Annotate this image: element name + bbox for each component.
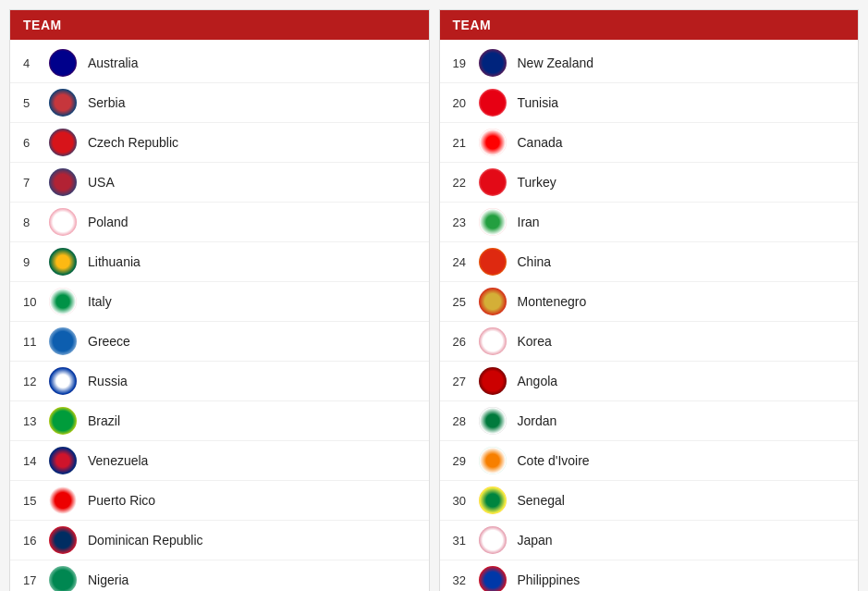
team-name: Brazil bbox=[88, 413, 120, 428]
right-panel: TEAM 19New Zealand20Tunisia21Canada22Tur… bbox=[439, 9, 860, 591]
team-name: Dominican Republic bbox=[88, 533, 203, 548]
team-rank: 14 bbox=[23, 454, 49, 468]
team-row: 25Montenegro bbox=[440, 282, 859, 322]
team-flag bbox=[479, 407, 507, 435]
team-row: 16Dominican Republic bbox=[10, 521, 429, 560]
team-rank: 19 bbox=[453, 56, 479, 70]
team-row: 29Cote d'Ivoire bbox=[440, 441, 859, 481]
team-name: Serbia bbox=[88, 95, 125, 110]
right-panel-header: TEAM bbox=[440, 10, 859, 40]
team-name: Turkey bbox=[518, 175, 556, 190]
team-rank: 24 bbox=[453, 255, 479, 269]
team-rank: 15 bbox=[23, 494, 49, 508]
team-flag bbox=[479, 486, 507, 514]
team-flag bbox=[479, 367, 507, 395]
team-name: Angola bbox=[518, 374, 558, 388]
team-flag bbox=[49, 486, 77, 514]
team-flag bbox=[479, 89, 507, 117]
team-name: USA bbox=[88, 175, 115, 190]
team-row: 28Jordan bbox=[440, 401, 859, 441]
team-flag bbox=[49, 566, 77, 591]
team-flag bbox=[479, 566, 507, 591]
main-container: TEAM 4Australia5Serbia6Czech Republic7US… bbox=[9, 9, 859, 591]
team-name: Korea bbox=[518, 334, 552, 349]
team-flag bbox=[479, 288, 507, 315]
team-rank: 9 bbox=[23, 255, 49, 269]
team-row: 5Serbia bbox=[10, 83, 429, 123]
team-name: Senegal bbox=[518, 493, 565, 508]
team-name: Venezuela bbox=[88, 453, 148, 468]
team-flag bbox=[479, 248, 507, 276]
team-flag bbox=[479, 447, 507, 474]
team-rank: 7 bbox=[23, 176, 49, 190]
team-rank: 23 bbox=[453, 215, 479, 229]
right-team-list: 19New Zealand20Tunisia21Canada22Turkey23… bbox=[440, 40, 859, 591]
left-panel-header: TEAM bbox=[10, 10, 429, 40]
team-flag bbox=[49, 407, 77, 435]
team-row: 27Angola bbox=[440, 362, 859, 401]
team-name: Italy bbox=[88, 294, 112, 309]
team-rank: 21 bbox=[453, 136, 479, 150]
team-rank: 13 bbox=[23, 414, 49, 428]
team-name: New Zealand bbox=[518, 55, 594, 70]
team-row: 11Greece bbox=[10, 322, 429, 362]
team-row: 13Brazil bbox=[10, 401, 429, 441]
team-name: Poland bbox=[88, 215, 128, 229]
team-flag bbox=[49, 129, 77, 156]
team-name: Puerto Rico bbox=[88, 493, 155, 508]
team-row: 22Turkey bbox=[440, 163, 859, 203]
team-row: 7USA bbox=[10, 163, 429, 203]
team-row: 20Tunisia bbox=[440, 83, 859, 123]
team-flag bbox=[49, 526, 77, 554]
team-flag bbox=[49, 49, 77, 77]
team-row: 30Senegal bbox=[440, 481, 859, 521]
team-row: 24China bbox=[440, 242, 859, 282]
team-name: China bbox=[518, 254, 552, 269]
team-row: 31Japan bbox=[440, 521, 859, 560]
team-rank: 17 bbox=[23, 573, 49, 587]
team-row: 23Iran bbox=[440, 203, 859, 242]
team-rank: 12 bbox=[23, 375, 49, 388]
team-rank: 6 bbox=[23, 136, 49, 150]
team-row: 9Lithuania bbox=[10, 242, 429, 282]
team-rank: 16 bbox=[23, 534, 49, 548]
team-name: Greece bbox=[88, 334, 130, 349]
team-flag bbox=[479, 129, 507, 156]
team-row: 10Italy bbox=[10, 282, 429, 322]
team-row: 14Venezuela bbox=[10, 441, 429, 481]
team-row: 6Czech Republic bbox=[10, 123, 429, 163]
team-row: 15Puerto Rico bbox=[10, 481, 429, 521]
team-flag bbox=[49, 168, 77, 196]
team-rank: 29 bbox=[453, 454, 479, 468]
team-name: Jordan bbox=[518, 413, 557, 428]
team-rank: 26 bbox=[453, 335, 479, 349]
team-name: Japan bbox=[518, 533, 553, 548]
team-row: 8Poland bbox=[10, 203, 429, 242]
team-flag bbox=[49, 248, 77, 276]
team-name: Cote d'Ivoire bbox=[518, 453, 590, 468]
team-name: Australia bbox=[88, 55, 138, 70]
team-rank: 30 bbox=[453, 494, 479, 508]
team-flag bbox=[479, 526, 507, 554]
team-rank: 31 bbox=[453, 534, 479, 548]
team-rank: 28 bbox=[453, 414, 479, 428]
team-rank: 10 bbox=[23, 295, 49, 309]
team-row: 26Korea bbox=[440, 322, 859, 362]
team-name: Canada bbox=[518, 135, 563, 150]
team-flag bbox=[479, 168, 507, 196]
team-name: Montenegro bbox=[518, 294, 587, 309]
team-flag bbox=[479, 49, 507, 77]
team-flag bbox=[49, 447, 77, 474]
team-flag bbox=[49, 208, 77, 236]
team-rank: 32 bbox=[453, 573, 479, 587]
team-rank: 4 bbox=[23, 56, 49, 70]
team-rank: 25 bbox=[453, 295, 479, 309]
team-rank: 8 bbox=[23, 215, 49, 229]
team-row: 32Philippines bbox=[440, 560, 859, 591]
team-flag bbox=[49, 327, 77, 355]
team-rank: 20 bbox=[453, 96, 479, 110]
team-name: Russia bbox=[88, 374, 128, 388]
team-name: Czech Republic bbox=[88, 135, 178, 150]
team-name: Nigeria bbox=[88, 573, 128, 587]
team-rank: 27 bbox=[453, 375, 479, 388]
